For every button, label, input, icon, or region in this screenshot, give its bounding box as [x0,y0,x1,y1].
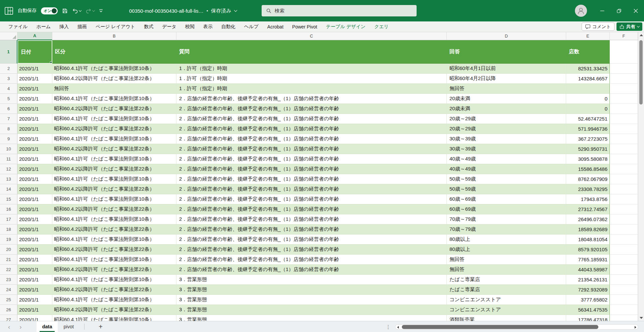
cell-D20-answer[interactable]: 80歳以上 [447,245,566,255]
column-header-C[interactable]: C [176,32,447,40]
cell-A15-date[interactable]: 2020/1/1 [17,194,52,204]
cell-A20-date[interactable]: 2020/1/1 [17,245,52,255]
cell-E22-stores[interactable]: 44043.58987 [566,265,610,275]
row-header-5[interactable]: 5 [0,94,17,104]
cell-E5-stores[interactable]: 0 [566,94,610,104]
cell-C7-question[interactable]: 2．店舗の経営者の年齢、後継予定者の有無_（1）店舗の経営者の年齢 [176,114,447,124]
cell-C14-question[interactable]: 2．店舗の経営者の年齢、後継予定者の有無_（1）店舗の経営者の年齢 [176,184,447,194]
cell-D27-answer[interactable]: 酒類販売業 [447,315,566,321]
cell-C8-question[interactable]: 2．店舗の経営者の年齢、後継予定者の有無_（1）店舗の経営者の年齢 [176,124,447,134]
cell-C22-question[interactable]: 2．店舗の経営者の年齢、後継予定者の有無_（1）店舗の経営者の年齢 [176,265,447,275]
cell-F20[interactable] [610,245,638,255]
cell-A10-date[interactable]: 2020/1/1 [17,144,52,154]
cell-D1[interactable]: 回答 [447,40,566,64]
cell-F2[interactable] [610,64,638,74]
row-header-2[interactable]: 2 [0,64,17,74]
scroll-up-arrow-icon[interactable] [640,34,643,36]
row-header-22[interactable]: 22 [0,265,17,275]
cell-C16-question[interactable]: 2．店舗の経営者の年齢、後継予定者の有無_（1）店舗の経営者の年齢 [176,204,447,214]
cell-E7-stores[interactable]: 52.46747251 [566,114,610,124]
cell-E1[interactable]: 店数 [566,40,610,64]
cell-D8-answer[interactable]: 20歳～29歳 [447,124,566,134]
cell-B4-category[interactable]: 無回答 [52,84,176,94]
close-button[interactable] [627,0,644,21]
ribbon-tab-テーブル デザイン[interactable]: テーブル デザイン [322,21,370,32]
cell-F11[interactable] [610,154,638,164]
cell-D4-answer[interactable]: 無回答 [447,84,566,94]
cell-E14-stores[interactable]: 23308.78295 [566,184,610,194]
row-header-23[interactable]: 23 [0,275,17,285]
cell-C10-question[interactable]: 2．店舗の経営者の年齢、後継予定者の有無_（1）店舗の経営者の年齢 [176,144,447,154]
cell-C23-question[interactable]: 3．営業形態 [176,275,447,285]
cell-A27-date[interactable]: 2020/1/1 [17,315,52,321]
ribbon-tab-表示[interactable]: 表示 [199,21,217,32]
cell-B24-category[interactable]: 昭和60.4.2以降許可（たばこ事業法第22条） [52,285,176,295]
cell-A18-date[interactable]: 2020/1/1 [17,224,52,235]
row-header-26[interactable]: 26 [0,305,17,315]
cell-E2-stores[interactable]: 82531.33425 [566,64,610,74]
ribbon-tab-校閲[interactable]: 校閲 [181,21,199,32]
cell-E17-stores[interactable]: 26496.07362 [566,214,610,224]
cell-C19-question[interactable]: 2．店舗の経営者の年齢、後継予定者の有無_（1）店舗の経営者の年齢 [176,235,447,245]
cell-A17-date[interactable]: 2020/1/1 [17,214,52,224]
ribbon-tab-ページ レイアウト[interactable]: ページ レイアウト [91,21,140,32]
cell-B15-category[interactable]: 昭和60.4.1許可（たばこ事業法附則第10条） [52,194,176,204]
cell-E20-stores[interactable]: 8579.920105 [566,245,610,255]
cell-B23-category[interactable]: 昭和60.4.1許可（たばこ事業法附則第10条） [52,275,176,285]
cell-C6-question[interactable]: 2．店舗の経営者の年齢、後継予定者の有無_（1）店舗の経営者の年齢 [176,104,447,114]
row-header-25[interactable]: 25 [0,295,17,305]
row-header-11[interactable]: 11 [0,154,17,164]
cell-E18-stores[interactable]: 18589.82689 [566,224,610,235]
cell-C21-question[interactable]: 2．店舗の経営者の年齢、後継予定者の有無_（1）店舗の経営者の年齢 [176,255,447,265]
cell-F22[interactable] [610,265,638,275]
cell-D15-answer[interactable]: 60歳～69歳 [447,194,566,204]
cell-C2-question[interactable]: 1．許可（指定）時期 [176,64,447,74]
row-header-3[interactable]: 3 [0,74,17,84]
cell-B8-category[interactable]: 昭和60.4.2以降許可（たばこ事業法第22条） [52,124,176,134]
cell-C3-question[interactable]: 1．許可（指定）時期 [176,74,447,84]
cell-B16-category[interactable]: 昭和60.4.2以降許可（たばこ事業法第22条） [52,204,176,214]
cell-A22-date[interactable]: 2020/1/1 [17,265,52,275]
cell-B10-category[interactable]: 昭和60.4.2以降許可（たばこ事業法第22条） [52,144,176,154]
cell-F1[interactable] [610,40,638,64]
ribbon-tab-ホーム[interactable]: ホーム [32,21,55,32]
cell-D16-answer[interactable]: 60歳～69歳 [447,204,566,214]
cell-E11-stores[interactable]: 3095.580878 [566,154,610,164]
cell-C9-question[interactable]: 2．店舗の経営者の年齢、後継予定者の有無_（1）店舗の経営者の年齢 [176,134,447,144]
ribbon-tab-描画[interactable]: 描画 [73,21,91,32]
cell-C26-question[interactable]: 3．営業形態 [176,305,447,315]
row-header-20[interactable]: 20 [0,245,17,255]
cell-B9-category[interactable]: 昭和60.4.1許可（たばこ事業法附則第10条） [52,134,176,144]
row-header-21[interactable]: 21 [0,255,17,265]
redo-button[interactable] [86,8,95,13]
ribbon-tab-数式[interactable]: 数式 [140,21,158,32]
cell-A24-date[interactable]: 2020/1/1 [17,285,52,295]
cell-B6-category[interactable]: 昭和60.4.2以降許可（たばこ事業法第22条） [52,104,176,114]
cell-D17-answer[interactable]: 70歳～79歳 [447,214,566,224]
row-header-9[interactable]: 9 [0,134,17,144]
row-header-7[interactable]: 7 [0,114,17,124]
cell-E4-stores[interactable] [566,84,610,94]
cell-A9-date[interactable]: 2020/1/1 [17,134,52,144]
cell-D11-answer[interactable]: 40歳～49歳 [447,154,566,164]
cell-B20-category[interactable]: 昭和60.4.2以降許可（たばこ事業法第22条） [52,245,176,255]
cell-A16-date[interactable]: 2020/1/1 [17,204,52,214]
undo-button[interactable] [72,8,81,13]
cell-D23-answer[interactable]: たばこ専業店 [447,275,566,285]
cell-D21-answer[interactable]: 無回答 [447,255,566,265]
cell-D2-answer[interactable]: 昭和60年4月1日以前 [447,64,566,74]
cell-B25-category[interactable]: 昭和60.4.1許可（たばこ事業法附則第10条） [52,295,176,305]
row-header-15[interactable]: 15 [0,194,17,204]
cell-C27-question[interactable]: 3．営業形態 [176,315,447,321]
ribbon-tab-Acrobat[interactable]: Acrobat [263,21,288,32]
vertical-scrollbar[interactable] [638,32,644,321]
row-header-13[interactable]: 13 [0,174,17,184]
cell-D13-answer[interactable]: 50歳～59歳 [447,174,566,184]
cell-F4[interactable] [610,84,638,94]
cell-E27-stores[interactable]: 17786.47318 [566,315,610,321]
document-title[interactable]: 00350-mof-00350430-all-full-lis… • 保存済み [129,0,237,21]
cell-F21[interactable] [610,255,638,265]
cell-E26-stores[interactable]: 56341.47535 [566,305,610,315]
ribbon-tab-挿入[interactable]: 挿入 [55,21,73,32]
cell-A23-date[interactable]: 2020/1/1 [17,275,52,285]
